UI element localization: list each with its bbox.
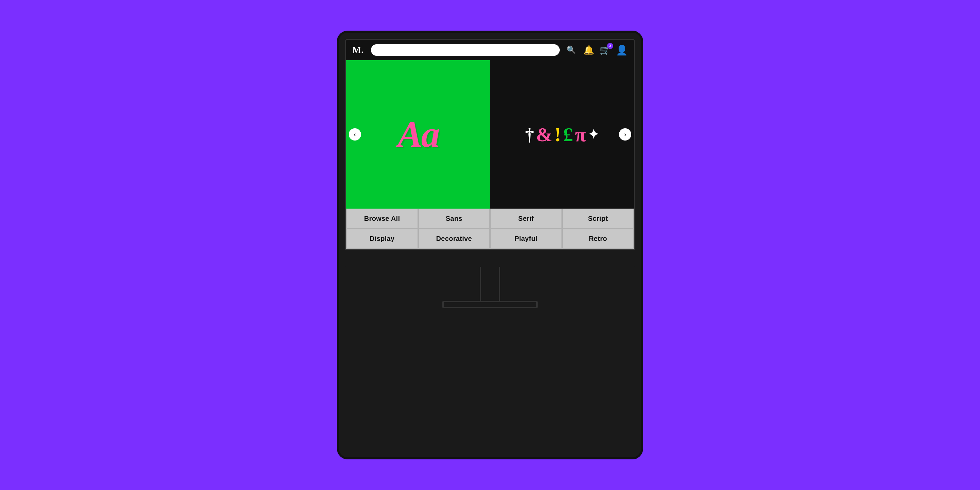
search-bar[interactable] [371, 44, 560, 56]
chevron-right-icon: › [624, 131, 626, 138]
cart-wrap[interactable]: 🛒 3 [600, 45, 611, 56]
hero-banner-right: † & ! £ π ✦ [490, 60, 634, 208]
monitor-stand [442, 267, 538, 308]
notification-bell-wrap[interactable]: 🔔 [583, 45, 594, 56]
chevron-left-icon: ‹ [354, 131, 356, 138]
category-display[interactable]: Display [346, 229, 418, 249]
category-playful[interactable]: Playful [490, 229, 562, 249]
category-decorative[interactable]: Decorative [418, 229, 490, 249]
search-icon[interactable]: 🔍 [566, 46, 576, 54]
hero-banner-left: Aa [346, 60, 490, 208]
monitor-bottom-bezel [345, 250, 635, 267]
hero-left-display: Aa [398, 116, 438, 153]
cart-badge: 3 [607, 43, 613, 49]
category-grid: Browse All Sans Serif Script Display Dec… [346, 208, 634, 249]
category-script[interactable]: Script [562, 208, 634, 229]
symbol-pi: π [575, 123, 586, 146]
symbol-dagger: † [525, 124, 534, 145]
screen: M. 🔍 🔔 🛒 3 👤 ‹ [345, 39, 635, 250]
stand-base [442, 301, 538, 308]
symbol-exclamation: ! [555, 123, 561, 146]
stand-neck [480, 267, 500, 301]
category-retro[interactable]: Retro [562, 229, 634, 249]
carousel-next-button[interactable]: › [619, 128, 631, 140]
category-sans[interactable]: Sans [418, 208, 490, 229]
carousel-prev-button[interactable]: ‹ [349, 128, 361, 140]
category-serif[interactable]: Serif [490, 208, 562, 229]
symbol-ampersand: & [536, 123, 552, 146]
user-wrap[interactable]: 👤 [616, 45, 628, 56]
bell-icon[interactable]: 🔔 [583, 45, 594, 56]
nav-icons: 🔔 🛒 3 👤 [583, 45, 628, 56]
monitor: M. 🔍 🔔 🛒 3 👤 ‹ [337, 30, 643, 460]
search-input[interactable] [375, 47, 555, 53]
navbar: M. 🔍 🔔 🛒 3 👤 [346, 40, 634, 60]
user-icon[interactable]: 👤 [616, 45, 628, 56]
hero-row: ‹ Aa † & ! £ π ✦ › [346, 60, 634, 208]
category-browse-all[interactable]: Browse All [346, 208, 418, 229]
symbol-display: † & ! £ π ✦ [525, 123, 598, 146]
symbol-pound: £ [563, 123, 573, 146]
symbol-snowflake: ✦ [588, 127, 599, 142]
app-logo: M. [352, 45, 363, 56]
